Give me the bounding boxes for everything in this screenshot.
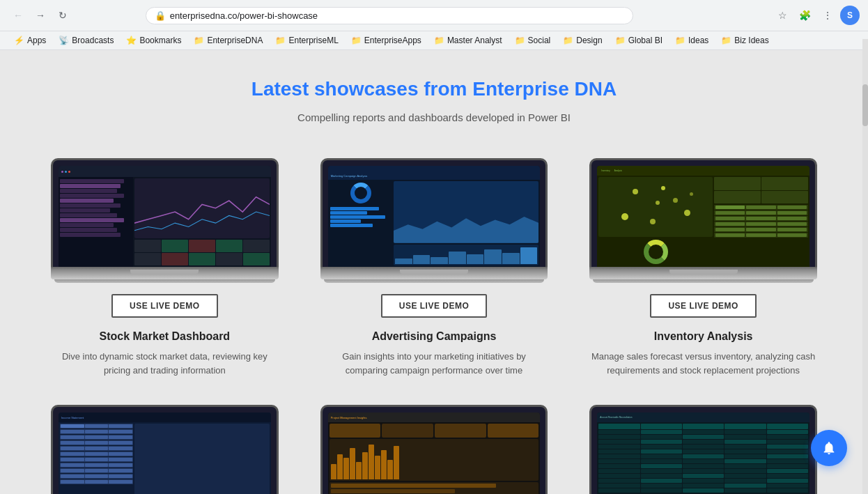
enterprisedna-folder-icon: 📁 bbox=[194, 36, 204, 45]
showcase-card-5: Project Management Insights bbox=[320, 405, 548, 494]
laptop-screen-6: Account Receivable Reconciliation bbox=[597, 412, 809, 494]
showcase-card-3: Inventory Analysis bbox=[589, 158, 817, 377]
bookmarks-folder-icon: ⭐ bbox=[126, 36, 137, 45]
page-container: Latest showcases from Enterprise DNA Com… bbox=[51, 78, 817, 494]
page-subtitle: Compelling reports and dashboards develo… bbox=[51, 111, 817, 123]
laptop-screen-5: Project Management Insights bbox=[328, 412, 541, 494]
laptop-stand-3 bbox=[593, 279, 814, 283]
card-desc-2: Gain insights into your marketing initia… bbox=[320, 350, 548, 377]
bizideas-folder-icon: 📁 bbox=[721, 36, 731, 45]
scrollbar-thumb[interactable] bbox=[862, 84, 868, 126]
bookmark-broadcasts[interactable]: 📡 Broadcasts bbox=[53, 33, 119, 47]
laptop-mockup-1 bbox=[51, 158, 279, 283]
bookmark-globalbi[interactable]: 📁 Global BI bbox=[610, 33, 668, 47]
bookmark-enterpriseapps[interactable]: 📁 EnterpriseApps bbox=[346, 33, 427, 47]
design-folder-icon: 📁 bbox=[563, 36, 573, 45]
bookmark-apps[interactable]: ⚡ Apps bbox=[8, 33, 52, 47]
card-desc-1: Dive into dynamic stock market data, rev… bbox=[51, 350, 279, 377]
showcase-card-4: Income Statement bbox=[51, 405, 279, 494]
laptop-screen-2: Marketing Campaign Analysis bbox=[328, 166, 541, 267]
showcase-card-1: USE LIVE DEMO Stock Market Dashboard Div… bbox=[51, 158, 279, 377]
laptop-mockup-2: Marketing Campaign Analysis bbox=[320, 158, 548, 283]
bookmark-broadcasts-label: Broadcasts bbox=[72, 36, 114, 45]
page-title: Latest showcases from Enterprise DNA bbox=[51, 78, 817, 100]
laptop-mockup-3: Inventory Analysis bbox=[589, 158, 817, 283]
bookmark-ideas-label: Ideas bbox=[688, 36, 708, 45]
browser-toolbar: ← → ↻ 🔒 enterprisedna.co/power-bi-showca… bbox=[0, 0, 868, 31]
extensions-button[interactable]: 🧩 bbox=[796, 6, 815, 25]
bookmark-apps-label: Apps bbox=[27, 36, 46, 45]
bookmark-bookmarks[interactable]: ⭐ Bookmarks bbox=[121, 33, 187, 47]
live-demo-button-2[interactable]: USE LIVE DEMO bbox=[381, 294, 488, 318]
live-demo-button-1[interactable]: USE LIVE DEMO bbox=[111, 294, 218, 318]
refresh-button[interactable]: ↻ bbox=[53, 6, 72, 25]
showcase-card-2: Marketing Campaign Analysis bbox=[320, 158, 548, 377]
card-title-1: Stock Market Dashboard bbox=[100, 330, 231, 343]
dashboard-screen-1 bbox=[59, 166, 271, 267]
forward-button[interactable]: → bbox=[31, 6, 50, 25]
address-bar[interactable]: 🔒 enterprisedna.co/power-bi-showcase bbox=[146, 7, 633, 24]
bookmarks-bar: ⚡ Apps 📡 Broadcasts ⭐ Bookmarks 📁 Enterp… bbox=[0, 31, 868, 49]
lock-icon: 🔒 bbox=[155, 10, 166, 21]
dashboard-screen-3: Inventory Analysis bbox=[597, 166, 809, 267]
scrollbar[interactable] bbox=[862, 39, 868, 494]
broadcasts-icon: 📡 bbox=[59, 36, 69, 45]
live-demo-button-3[interactable]: USE LIVE DEMO bbox=[650, 294, 757, 318]
bookmark-masteranalyst-label: Master Analyst bbox=[447, 36, 502, 45]
browser-chrome: ← → ↻ 🔒 enterprisedna.co/power-bi-showca… bbox=[0, 0, 868, 50]
bookmark-enterpriseml-label: EnterpriseML bbox=[288, 36, 338, 45]
bookmark-social-label: Social bbox=[528, 36, 551, 45]
bookmark-enterpriseml[interactable]: 📁 EnterpriseML bbox=[270, 33, 343, 47]
card-title-2: Advertising Campaigns bbox=[372, 330, 497, 343]
masteranalyst-folder-icon: 📁 bbox=[434, 36, 444, 45]
showcase-card-6: Account Receivable Reconciliation bbox=[589, 405, 817, 494]
bookmark-social[interactable]: 📁 Social bbox=[509, 33, 557, 47]
main-content: Latest showcases from Enterprise DNA Com… bbox=[0, 50, 868, 494]
bookmark-design[interactable]: 📁 Design bbox=[557, 33, 607, 47]
laptop-body-3: Inventory Analysis bbox=[589, 158, 817, 267]
laptop-body-5: Project Management Insights bbox=[320, 405, 548, 494]
dashboard-screen-4: Income Statement bbox=[59, 412, 271, 494]
url-display: enterprisedna.co/power-bi-showcase bbox=[170, 10, 624, 21]
laptop-screen-1 bbox=[59, 166, 271, 267]
bookmark-bizideas-label: Biz Ideas bbox=[734, 36, 768, 45]
ideas-folder-icon: 📁 bbox=[675, 36, 685, 45]
bookmark-globalbi-label: Global BI bbox=[628, 36, 662, 45]
laptop-body-6: Account Receivable Reconciliation bbox=[589, 405, 817, 494]
back-button[interactable]: ← bbox=[8, 6, 28, 25]
laptop-screen-4: Income Statement bbox=[59, 412, 271, 494]
laptop-mockup-4: Income Statement bbox=[51, 405, 279, 494]
settings-button[interactable]: ⋮ bbox=[818, 6, 837, 25]
laptop-base-2 bbox=[320, 270, 548, 279]
enterpriseml-folder-icon: 📁 bbox=[275, 36, 286, 45]
notification-button[interactable] bbox=[811, 430, 847, 466]
bookmark-star-button[interactable]: ☆ bbox=[773, 6, 793, 25]
laptop-body-2: Marketing Campaign Analysis bbox=[320, 158, 548, 267]
bookmark-masteranalyst[interactable]: 📁 Master Analyst bbox=[428, 33, 508, 47]
card-desc-3: Manage sales forecast versus inventory, … bbox=[589, 350, 817, 377]
card-title-3: Inventory Analysis bbox=[654, 330, 753, 343]
nav-buttons: ← → ↻ bbox=[8, 6, 72, 25]
dashboard-screen-5: Project Management Insights bbox=[328, 412, 541, 494]
laptop-body-1 bbox=[51, 158, 279, 267]
bookmark-ideas[interactable]: 📁 Ideas bbox=[669, 33, 714, 47]
laptop-body-4: Income Statement bbox=[51, 405, 279, 494]
enterpriseapps-folder-icon: 📁 bbox=[351, 36, 362, 45]
laptop-base-1 bbox=[51, 270, 279, 279]
laptop-stand-2 bbox=[324, 279, 545, 283]
showcase-grid: USE LIVE DEMO Stock Market Dashboard Div… bbox=[51, 158, 817, 494]
laptop-mockup-6: Account Receivable Reconciliation bbox=[589, 405, 817, 494]
profile-button[interactable]: S bbox=[840, 6, 860, 25]
apps-icon: ⚡ bbox=[14, 36, 24, 45]
bookmark-bizideas[interactable]: 📁 Biz Ideas bbox=[715, 33, 774, 47]
laptop-mockup-5: Project Management Insights bbox=[320, 405, 548, 494]
dashboard-screen-2: Marketing Campaign Analysis bbox=[328, 166, 541, 267]
social-folder-icon: 📁 bbox=[515, 36, 525, 45]
dashboard-screen-6: Account Receivable Reconciliation bbox=[597, 412, 809, 494]
laptop-base-3 bbox=[589, 270, 817, 279]
laptop-screen-3: Inventory Analysis bbox=[597, 166, 809, 267]
bell-icon bbox=[821, 440, 837, 456]
globalbi-folder-icon: 📁 bbox=[615, 36, 626, 45]
browser-actions: ☆ 🧩 ⋮ S bbox=[773, 6, 860, 25]
bookmark-enterprisedna[interactable]: 📁 EnterpriseDNA bbox=[188, 33, 268, 47]
